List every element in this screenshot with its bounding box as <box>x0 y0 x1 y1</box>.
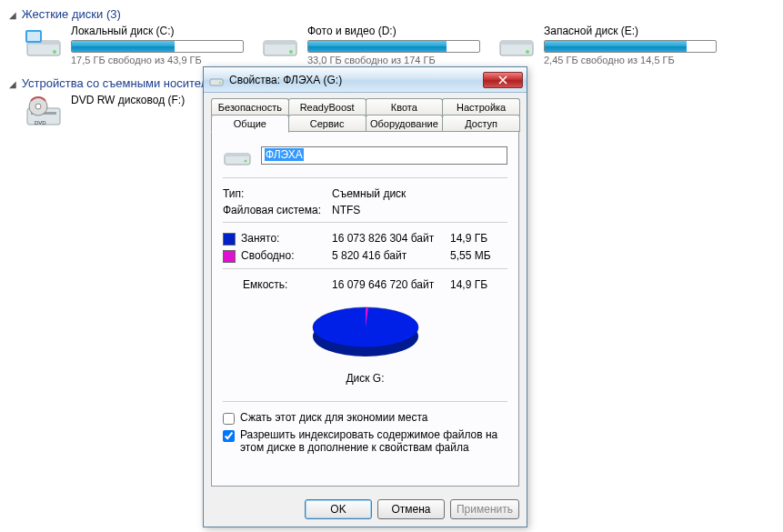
drive-name: Запасной диск (E:) <box>544 25 717 37</box>
capacity-bar <box>544 40 717 53</box>
tab-sharing[interactable]: Доступ <box>442 115 520 132</box>
dialog-title: Свойства: ФЛЭХА (G:) <box>229 74 483 86</box>
svg-rect-19 <box>225 154 250 156</box>
chevron-down-icon: ◢ <box>9 10 18 20</box>
close-button[interactable] <box>483 72 523 88</box>
divider <box>223 222 507 223</box>
index-checkbox[interactable] <box>223 430 235 442</box>
divider <box>223 177 507 178</box>
svg-point-20 <box>245 160 247 163</box>
used-swatch-icon <box>223 233 236 246</box>
compress-checkbox[interactable] <box>223 413 235 425</box>
capacity-human: 14,9 ГБ <box>450 278 507 291</box>
svg-rect-4 <box>27 32 40 41</box>
filesystem-label: Файловая система: <box>223 204 332 216</box>
tab-general[interactable]: Общие <box>211 115 289 133</box>
capacity-text: 2,45 ГБ свободно из 14,5 ГБ <box>544 55 717 65</box>
tab-row-top: Безопасность ReadyBoost Квота Настройка <box>211 98 519 115</box>
tab-hardware[interactable]: Оборудование <box>366 115 444 132</box>
tab-readyboost[interactable]: ReadyBoost <box>288 98 366 115</box>
properties-dialog: Свойства: ФЛЭХА (G:) Безопасность ReadyB… <box>203 66 527 527</box>
svg-point-10 <box>526 50 529 54</box>
capacity-text: 33,0 ГБ свободно из 174 ГБ <box>307 55 480 65</box>
divider <box>223 268 507 269</box>
drive-name: Локальный диск (C:) <box>71 25 244 37</box>
free-bytes: 5 820 416 байт <box>332 249 450 263</box>
ok-button[interactable]: OK <box>305 499 372 519</box>
capacity-label: Емкость: <box>243 278 287 291</box>
tab-panel-general: ФЛЭХА Тип: Съемный диск Файловая система… <box>211 131 519 487</box>
usage-pie-chart: Диск G: <box>223 293 507 388</box>
used-label: Занято: <box>241 232 279 245</box>
hard-drive-icon <box>260 25 300 61</box>
tab-security[interactable]: Безопасность <box>211 98 289 115</box>
svg-point-17 <box>219 82 221 84</box>
svg-point-14 <box>35 104 41 109</box>
tab-customize[interactable]: Настройка <box>442 98 520 115</box>
type-label: Тип: <box>223 187 332 200</box>
hard-drives-list: Локальный диск (C:) 17,5 ГБ свободно из … <box>9 25 774 65</box>
divider <box>223 401 507 402</box>
svg-rect-16 <box>210 79 223 85</box>
capacity-bar <box>71 40 244 53</box>
free-swatch-icon <box>223 250 236 263</box>
section-title: Устройства со съемными носителями <box>22 76 229 90</box>
drive-icon <box>209 73 224 87</box>
drive-item[interactable]: Локальный диск (C:) 17,5 ГБ свободно из … <box>24 25 242 65</box>
svg-point-7 <box>289 50 293 54</box>
tab-quota[interactable]: Квота <box>366 98 444 115</box>
apply-button[interactable]: Применить <box>450 499 519 519</box>
section-title: Жесткие диски <box>22 7 104 21</box>
used-human: 14,9 ГБ <box>450 232 507 246</box>
filesystem-value: NTFS <box>332 204 450 216</box>
dvd-drive-icon: DVD <box>24 94 64 133</box>
titlebar[interactable]: Свойства: ФЛЭХА (G:) <box>204 67 527 93</box>
tab-row-bottom: Общие Сервис Оборудование Доступ <box>211 115 519 132</box>
dialog-button-row: OK Отмена Применить <box>204 492 527 527</box>
pie-caption: Диск G: <box>223 372 507 385</box>
free-human: 5,55 МБ <box>450 249 507 263</box>
capacity-text: 17,5 ГБ свободно из 43,9 ГБ <box>71 55 244 65</box>
compress-label: Сжать этот диск для экономии места <box>240 411 507 424</box>
cancel-button[interactable]: Отмена <box>377 499 445 519</box>
capacity-bar <box>307 40 480 53</box>
drive-item[interactable]: Запасной диск (E:) 2,45 ГБ свободно из 1… <box>497 25 715 65</box>
section-count: (3) <box>106 7 121 21</box>
svg-text:DVD: DVD <box>35 120 46 125</box>
svg-rect-6 <box>264 41 296 45</box>
hard-drive-icon <box>24 25 64 61</box>
hard-drive-icon <box>497 25 537 61</box>
tab-tools[interactable]: Сервис <box>288 115 366 132</box>
drive-name: Фото и видео (D:) <box>307 25 480 37</box>
free-label: Свободно: <box>241 249 295 262</box>
type-value: Съемный диск <box>332 187 450 200</box>
drive-icon <box>223 143 252 168</box>
used-bytes: 16 073 826 304 байт <box>332 232 450 246</box>
drive-item[interactable]: Фото и видео (D:) 33,0 ГБ свободно из 17… <box>260 25 478 65</box>
index-label: Разрешить индексировать содержимое файло… <box>240 428 507 454</box>
svg-rect-9 <box>500 41 533 45</box>
compress-checkbox-row[interactable]: Сжать этот диск для экономии места <box>223 409 507 427</box>
chevron-down-icon: ◢ <box>9 79 18 89</box>
svg-point-2 <box>53 50 56 54</box>
index-checkbox-row[interactable]: Разрешить индексировать содержимое файло… <box>223 427 507 456</box>
capacity-bytes: 16 079 646 720 байт <box>332 278 450 291</box>
section-hard-drives[interactable]: ◢ Жесткие диски (3) <box>9 5 774 25</box>
volume-name-input[interactable]: ФЛЭХА <box>261 146 507 165</box>
